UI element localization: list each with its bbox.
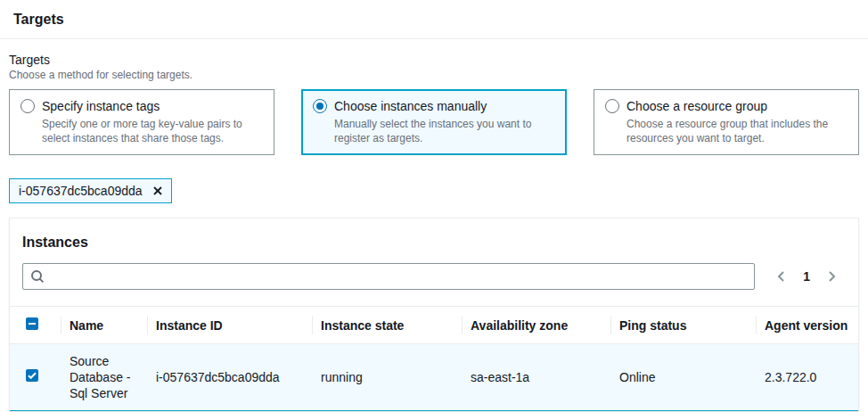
targets-form: Targets Choose a method for selecting ta… [0, 53, 868, 412]
option-label: Choose a resource group [626, 99, 767, 113]
option-description: Choose a resource group that includes th… [626, 117, 848, 145]
row-checkbox[interactable] [26, 369, 38, 382]
targets-section-label: Targets [9, 53, 859, 67]
instances-panel: Instances 1 [9, 218, 859, 412]
column-header-instance-id[interactable]: Instance ID [147, 307, 312, 344]
cell-availability-zone: sa-east-1a [462, 344, 610, 411]
select-all-checkbox[interactable] [26, 317, 38, 330]
option-choose-resource-group[interactable]: Choose a resource group Choose a resourc… [594, 89, 859, 155]
instances-toolbar: 1 [10, 256, 858, 306]
instances-panel-title: Instances [10, 218, 858, 256]
previous-page-button[interactable] [774, 269, 789, 284]
table-row[interactable]: Source Database - Sql Server i-057637dc5… [10, 344, 858, 411]
instance-token: i-057637dc5bca09dda [9, 178, 172, 203]
cell-name: Source Database - Sql Server [61, 344, 147, 411]
option-choose-instances-manually[interactable]: Choose instances manually Manually selec… [301, 89, 567, 155]
column-header-instance-state[interactable]: Instance state [312, 307, 462, 344]
selected-tokens: i-057637dc5bca09dda [9, 178, 859, 203]
cell-agent-version: 2.3.722.0 [756, 344, 858, 411]
page-title: Targets [0, 0, 868, 39]
search-input[interactable] [22, 263, 755, 290]
option-label: Choose instances manually [334, 99, 487, 113]
option-description: Specify one or more tag key-value pairs … [42, 117, 263, 145]
option-specify-instance-tags[interactable]: Specify instance tags Specify one or mor… [9, 89, 274, 155]
search-box [22, 263, 755, 290]
pagination: 1 [774, 269, 846, 284]
column-header-availability-zone[interactable]: Availability zone [462, 307, 610, 344]
column-header-ping-status[interactable]: Ping status [610, 307, 756, 344]
cell-instance-id: i-057637dc5bca09dda [147, 344, 312, 411]
target-method-options: Specify instance tags Specify one or mor… [9, 89, 859, 155]
option-label: Specify instance tags [42, 99, 160, 113]
table-header-row: Name Instance ID Instance state Availabi… [10, 307, 858, 344]
instances-table: Name Instance ID Instance state Availabi… [10, 306, 858, 411]
radio-unselected-icon[interactable] [605, 99, 619, 113]
page-number[interactable]: 1 [803, 269, 810, 284]
cell-instance-state: running [312, 344, 462, 411]
cell-ping-status: Online [610, 344, 756, 411]
next-page-button[interactable] [824, 269, 839, 284]
token-label: i-057637dc5bca09dda [19, 184, 143, 198]
token-close-icon[interactable] [151, 185, 164, 197]
option-description: Manually select the instances you want t… [334, 117, 555, 145]
radio-selected-icon[interactable] [313, 99, 327, 113]
radio-unselected-icon[interactable] [20, 99, 35, 113]
targets-section-description: Choose a method for selecting targets. [9, 69, 859, 81]
column-header-name[interactable]: Name [61, 307, 147, 344]
column-header-agent-version[interactable]: Agent version [756, 307, 858, 344]
